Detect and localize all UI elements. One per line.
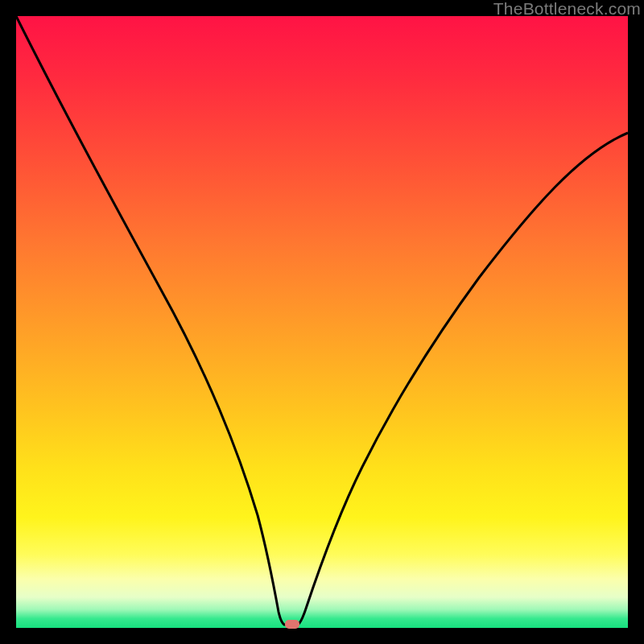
chart-frame: TheBottleneck.com <box>0 0 644 644</box>
plot-area <box>16 16 628 628</box>
curve-path <box>16 16 628 625</box>
bottleneck-curve <box>16 16 628 628</box>
optimal-point-marker <box>285 620 299 629</box>
